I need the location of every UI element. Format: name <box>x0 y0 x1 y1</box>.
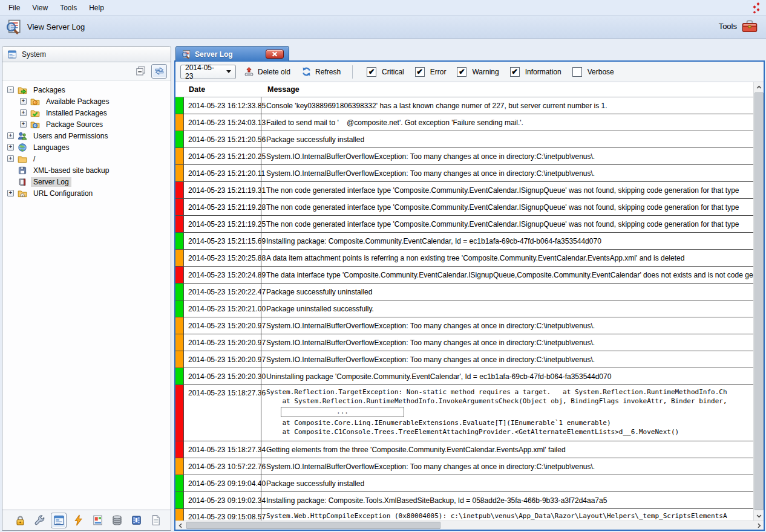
checkbox-unchecked-icon[interactable] <box>572 67 582 77</box>
tools-button[interactable]: Tools <box>716 18 760 34</box>
horizontal-scroll-thumb[interactable] <box>186 522 440 529</box>
log-row[interactable]: 2014-05-23 15:21:19.25The non code gener… <box>175 216 764 233</box>
checkbox-checked-icon[interactable]: ✔ <box>367 67 376 77</box>
folder-icon <box>18 154 28 164</box>
log-row[interactable]: 2014-05-23 15:18:27.36System.Reflection.… <box>175 385 764 441</box>
log-row[interactable]: 2014-05-23 10:57:22.76System.IO.Internal… <box>175 458 764 475</box>
expand-expander-icon[interactable]: + <box>20 98 27 105</box>
collapse-expander-icon[interactable]: - <box>7 86 14 93</box>
tree-item-package-sources[interactable]: +€Package Sources <box>2 118 171 130</box>
severity-stripe-warning <box>175 165 184 181</box>
lightning-icon <box>73 514 84 526</box>
log-date-cell: 2014-05-23 15:21:15.69 <box>184 233 261 249</box>
severity-stripe-warning <box>175 250 184 266</box>
dock-button-lightning[interactable] <box>70 513 86 528</box>
menu-help[interactable]: Help <box>83 1 110 15</box>
checkbox-checked-icon[interactable]: ✔ <box>457 67 466 77</box>
dock-button-database[interactable] <box>109 513 125 528</box>
log-row[interactable]: 2014-05-23 15:21:20.11System.IO.Internal… <box>175 165 764 182</box>
log-row[interactable]: 2014-05-23 09:19:04.40Package successful… <box>175 475 764 492</box>
log-row[interactable]: 2014-05-23 15:24:03.13Failed to send mai… <box>175 114 764 131</box>
app-toolbar: View Server Log Tools <box>0 16 766 39</box>
log-date-cell: 2014-05-23 15:18:27.34 <box>184 441 261 458</box>
checkbox-checked-icon[interactable]: ✔ <box>415 67 425 77</box>
log-row[interactable]: 2014-05-23 15:20:20.97System.IO.Internal… <box>175 334 764 351</box>
filter-information[interactable]: ✔Information <box>505 67 567 77</box>
tree-item-url-configuration[interactable]: +URL Configuration <box>2 187 171 199</box>
svg-text:€: € <box>34 123 36 128</box>
log-row[interactable]: 2014-05-23 15:20:20.97System.IO.Internal… <box>175 317 764 334</box>
tree-item-users-and-permissions[interactable]: +Users and Permissions <box>2 130 171 141</box>
tree-item-[interactable]: +/ <box>2 153 171 164</box>
log-row[interactable]: 2014-05-23 15:21:15.69Installing package… <box>175 233 764 250</box>
horizontal-scrollbar[interactable] <box>175 521 764 530</box>
menu-tools[interactable]: Tools <box>54 1 83 15</box>
log-row[interactable]: 2014-05-23 15:21:19.31The non code gener… <box>175 182 764 199</box>
date-filter-dropdown[interactable]: 2014-05-23 <box>180 65 236 79</box>
chevron-down-icon <box>226 70 231 73</box>
expand-expander-icon[interactable]: + <box>7 190 14 196</box>
filter-verbose[interactable]: Verbose <box>567 67 620 77</box>
log-row[interactable]: 2014-05-23 15:20:24.89The data interface… <box>175 267 764 284</box>
log-row[interactable]: 2014-05-23 16:12:33.85Console 'key038896… <box>175 97 764 114</box>
dock-button-padlock[interactable] <box>12 513 28 528</box>
filter-warning[interactable]: ✔Warning <box>451 67 504 77</box>
scroll-left-button[interactable] <box>175 521 185 530</box>
checkbox-checked-icon[interactable]: ✔ <box>510 67 520 77</box>
log-row[interactable]: 2014-05-23 09:19:02.34Installing package… <box>175 492 764 509</box>
dock-button-layout[interactable] <box>90 513 105 528</box>
expand-expander-icon[interactable]: + <box>7 155 14 162</box>
sidebar-panel: System -Packages+Available Packages+Inst… <box>2 46 171 531</box>
tree-item-label: Users and Permissions <box>31 131 110 141</box>
severity-stripe-warning <box>175 458 184 475</box>
tree-item-available-packages[interactable]: +Available Packages <box>2 96 171 107</box>
scroll-up-button[interactable] <box>754 82 764 92</box>
menu-view[interactable]: View <box>26 1 54 15</box>
refresh-label: Refresh <box>315 68 341 76</box>
tree-item-packages[interactable]: -Packages <box>2 84 171 96</box>
scroll-down-button[interactable] <box>754 511 764 521</box>
log-row[interactable]: 2014-05-23 15:20:22.47Package successful… <box>175 284 764 300</box>
log-row[interactable]: 2014-05-23 15:21:20.56Package successful… <box>175 131 764 148</box>
vertical-scroll-thumb[interactable] <box>755 92 764 510</box>
severity-stripe-information <box>175 300 184 317</box>
tree-item-label: Languages <box>31 143 71 152</box>
menu-file[interactable]: File <box>2 1 26 15</box>
dock-button-document[interactable] <box>148 513 163 528</box>
log-row[interactable]: 2014-05-23 15:21:20.25System.IO.Internal… <box>175 148 764 165</box>
sync-tree-button[interactable] <box>151 64 167 79</box>
dock-button-system[interactable] <box>51 513 67 528</box>
vertical-scrollbar[interactable] <box>753 82 764 521</box>
tab-server-log[interactable]: Server Log <box>175 46 289 62</box>
tree-item-server-log[interactable]: Server Log <box>2 176 171 187</box>
collapse-all-button[interactable] <box>133 64 148 79</box>
delete-old-icon <box>244 66 254 77</box>
collapsed-stacktrace-box[interactable]: ... <box>281 407 404 417</box>
log-row[interactable]: 2014-05-23 15:20:20.97System.IO.Internal… <box>175 351 764 368</box>
refresh-button[interactable]: Refresh <box>298 65 344 79</box>
tree-item-installed-packages[interactable]: +Installed Packages <box>2 107 171 118</box>
filter-critical[interactable]: ✔Critical <box>361 67 410 77</box>
tab-close-button[interactable] <box>266 50 284 59</box>
tree-item-languages[interactable]: +Languages <box>2 141 171 153</box>
tree-item-label: Available Packages <box>44 97 112 106</box>
log-row[interactable]: 2014-05-23 15:18:27.34Getting elements f… <box>175 441 764 458</box>
delete-old-button[interactable]: Delete old <box>241 65 293 79</box>
media-icon <box>131 514 142 526</box>
scroll-right-button[interactable] <box>754 521 764 530</box>
filter-error[interactable]: ✔Error <box>410 67 452 77</box>
log-row[interactable]: 2014-05-23 15:20:25.88A data item attach… <box>175 250 764 267</box>
log-table: Date Message 2014-05-23 16:12:33.85Conso… <box>175 82 764 530</box>
expand-expander-icon[interactable]: + <box>20 109 27 116</box>
log-row[interactable]: 2014-05-23 15:20:21.00Package uninstalle… <box>175 300 764 317</box>
dock-button-wrench[interactable] <box>31 513 47 528</box>
log-row[interactable]: 2014-05-23 15:20:20.30Uninstalling packa… <box>175 368 764 385</box>
log-row[interactable]: 2014-05-23 15:21:19.28The non code gener… <box>175 199 764 216</box>
expand-expander-icon[interactable]: + <box>20 121 27 128</box>
tree-item-xml-based-site-backup[interactable]: XML-based site backup <box>2 164 171 176</box>
expand-expander-icon[interactable]: + <box>7 132 14 139</box>
dock-button-media[interactable] <box>128 513 144 528</box>
severity-stripe-warning <box>175 334 184 351</box>
expand-expander-icon[interactable]: + <box>7 144 14 151</box>
tab-label: Server Log <box>195 50 261 59</box>
